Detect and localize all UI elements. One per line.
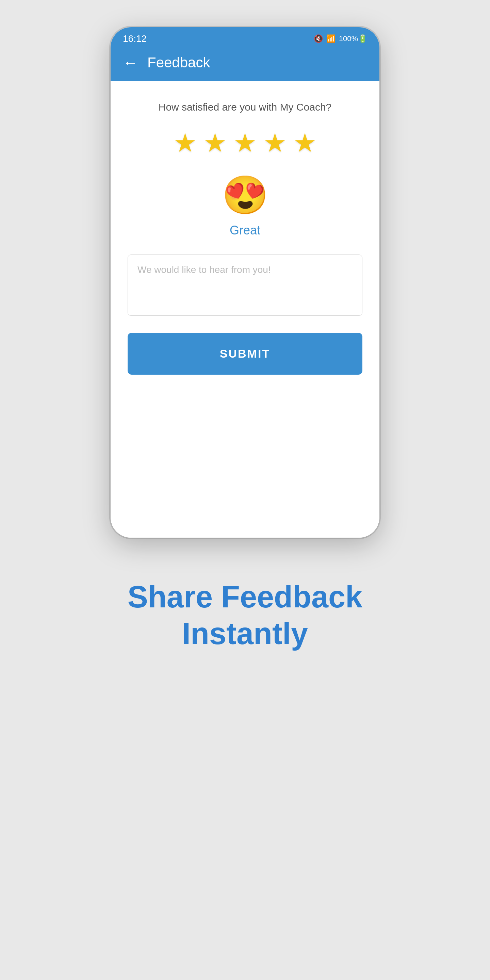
app-content: How satisfied are you with My Coach? ★ ★…: [111, 81, 379, 538]
page-wrapper: 16:12 🔇 📶 100%🔋 ← Feedback How satisfied…: [0, 0, 490, 980]
tagline-text: Share Feedback Instantly: [127, 579, 363, 652]
app-header: ← Feedback: [111, 48, 379, 81]
star-5[interactable]: ★: [293, 130, 317, 156]
star-2[interactable]: ★: [204, 130, 227, 156]
wifi-icon: 📶: [326, 34, 336, 43]
star-1[interactable]: ★: [173, 130, 197, 156]
feedback-input[interactable]: [127, 255, 363, 316]
battery-icon: 100%🔋: [339, 34, 367, 43]
status-time: 16:12: [123, 33, 147, 44]
back-button[interactable]: ←: [123, 55, 138, 70]
star-3[interactable]: ★: [234, 130, 256, 156]
page-title: Feedback: [147, 54, 210, 71]
stars-row[interactable]: ★ ★ ★ ★ ★: [173, 130, 317, 156]
star-4[interactable]: ★: [263, 130, 286, 156]
submit-button[interactable]: SUBMIT: [127, 333, 363, 375]
status-bar: 16:12 🔇 📶 100%🔋: [111, 27, 379, 48]
satisfaction-question: How satisfied are you with My Coach?: [159, 102, 332, 113]
bottom-tagline: Share Feedback Instantly: [100, 579, 390, 652]
tagline-line1: Share Feedback: [127, 580, 363, 614]
phone-frame: 16:12 🔇 📶 100%🔋 ← Feedback How satisfied…: [111, 27, 379, 538]
rating-label: Great: [230, 223, 260, 237]
status-icons: 🔇 📶 100%🔋: [314, 34, 367, 43]
tagline-line2: Instantly: [182, 617, 308, 651]
mute-icon: 🔇: [314, 34, 323, 43]
rating-emoji: 😍: [222, 176, 269, 214]
